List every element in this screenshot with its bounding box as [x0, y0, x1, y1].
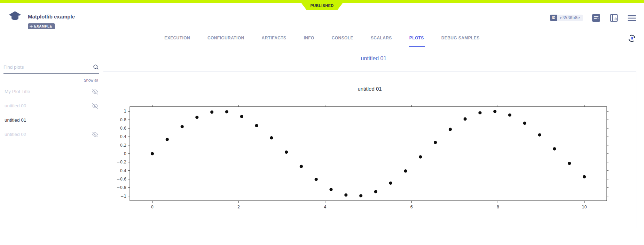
- header-actions: ID e3530b8e: [550, 14, 636, 22]
- tab-scalars[interactable]: SCALARS: [370, 30, 393, 47]
- svg-text:10: 10: [582, 205, 587, 209]
- auto-refresh-pause-icon[interactable]: [627, 34, 636, 44]
- hamburger-menu-icon[interactable]: [627, 15, 636, 22]
- plot-item-label: untitled 02: [5, 132, 26, 137]
- sidebar-item-untitled-00[interactable]: untitled 00: [0, 99, 103, 113]
- search-icon[interactable]: [93, 64, 99, 70]
- system-tag-icon: [30, 25, 33, 28]
- plots-sidebar: Show all My Plot Titleuntitled 00untitle…: [0, 47, 103, 245]
- experiment-title: Matplotlib example: [28, 14, 75, 20]
- id-label: ID: [550, 15, 557, 21]
- status-ribbon: PUBLISHED: [299, 0, 345, 10]
- tab-debug-samples[interactable]: DEBUG SAMPLES: [441, 30, 480, 47]
- eye-off-icon[interactable]: [92, 103, 98, 109]
- plot-svg: 0246810−1−0.8−0.6−0.4−0.200.20.40.60.81: [111, 104, 608, 214]
- svg-text:1: 1: [124, 109, 126, 114]
- tab-configuration[interactable]: CONFIGURATION: [207, 30, 245, 47]
- experiment-type-icon: [8, 11, 22, 24]
- plots-main-area: untitled 01 untitled 01 0246810−1−0.8−0.…: [103, 47, 644, 245]
- eye-off-icon[interactable]: [92, 89, 98, 94]
- svg-text:0.8: 0.8: [120, 117, 126, 122]
- svg-text:−0.6: −0.6: [117, 177, 126, 182]
- example-badge: EXAMPLE: [28, 23, 55, 29]
- plot-search-field: [3, 61, 99, 74]
- plot-item-label: My Plot Title: [5, 89, 30, 94]
- svg-text:−0.8: −0.8: [117, 185, 126, 190]
- status-ribbon-label: PUBLISHED: [310, 2, 333, 8]
- tab-bar: EXECUTIONCONFIGURATIONARTIFACTSINFOCONSO…: [0, 30, 644, 47]
- eye-off-icon[interactable]: [92, 132, 98, 137]
- svg-text:−1: −1: [120, 194, 126, 199]
- svg-text:0: 0: [151, 205, 154, 209]
- sidebar-item-my-plot-title[interactable]: My Plot Title: [0, 84, 103, 99]
- clearml-experiment-page: PUBLISHED Matplotlib example EXAMPLE ID: [0, 0, 644, 245]
- example-badge-label: EXAMPLE: [34, 24, 52, 28]
- tab-execution[interactable]: EXECUTION: [164, 30, 191, 47]
- svg-text:2: 2: [237, 205, 240, 209]
- svg-text:4: 4: [324, 205, 326, 209]
- show-all-link[interactable]: Show all: [84, 78, 98, 82]
- svg-text:8: 8: [497, 205, 499, 209]
- svg-text:−0.4: −0.4: [117, 168, 126, 173]
- svg-text:6: 6: [410, 205, 413, 209]
- svg-text:−0.2: −0.2: [117, 160, 126, 164]
- search-input[interactable]: [3, 64, 93, 70]
- plot-item-label: untitled 01: [5, 117, 26, 123]
- plot-card: untitled 01 0246810−1−0.8−0.6−0.4−0.200.…: [103, 71, 636, 228]
- svg-text:0.4: 0.4: [120, 134, 126, 139]
- id-value: e3530b8e: [557, 15, 583, 21]
- plot-group-title: untitled 01: [103, 55, 644, 62]
- details-panel-icon[interactable]: [592, 14, 600, 22]
- tab-plots[interactable]: PLOTS: [409, 30, 425, 47]
- tab-artifacts[interactable]: ARTIFACTS: [261, 30, 287, 47]
- sidebar-item-untitled-02[interactable]: untitled 02: [0, 127, 103, 141]
- svg-text:0: 0: [124, 151, 126, 156]
- sidebar-item-untitled-01[interactable]: untitled 01: [0, 113, 103, 127]
- plot-list: My Plot Titleuntitled 00untitled 01untit…: [0, 84, 103, 141]
- plot-title: untitled 01: [103, 86, 636, 92]
- plot-canvas[interactable]: 0246810−1−0.8−0.6−0.4−0.200.20.40.60.81: [111, 104, 608, 215]
- chart-panel-icon[interactable]: [610, 14, 618, 22]
- svg-text:0.2: 0.2: [120, 143, 126, 148]
- tab-info[interactable]: INFO: [303, 30, 315, 47]
- plot-item-label: untitled 00: [5, 103, 26, 108]
- experiment-id-chip[interactable]: ID e3530b8e: [550, 15, 583, 21]
- tab-console[interactable]: CONSOLE: [331, 30, 354, 47]
- tab-bar-tabs: EXECUTIONCONFIGURATIONARTIFACTSINFOCONSO…: [0, 30, 644, 47]
- svg-text:0.6: 0.6: [120, 126, 126, 131]
